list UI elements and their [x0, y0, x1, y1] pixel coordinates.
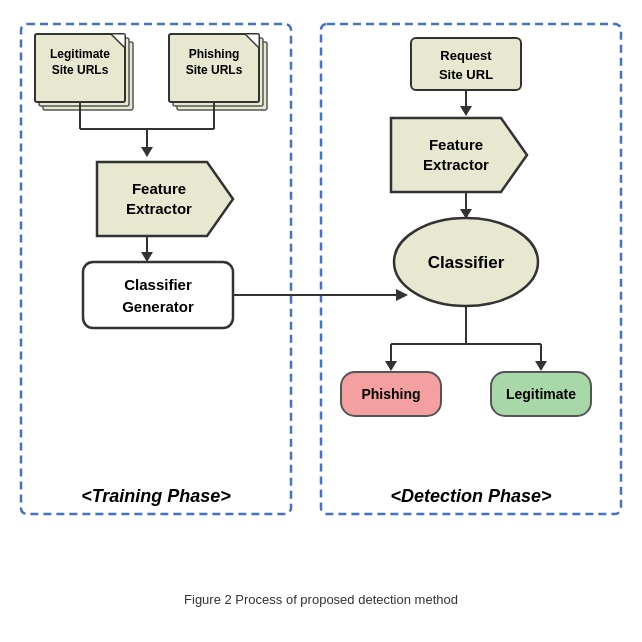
phishing-output-label: Phishing [361, 386, 420, 402]
phishing-label-1: Phishing [189, 47, 240, 61]
classifier-gen-label-2: Generator [122, 298, 194, 315]
classifier-gen-box [83, 262, 233, 328]
training-phase-label: <Training Phase> [81, 486, 231, 506]
phishing-label-2: Site URLs [186, 63, 243, 77]
detection-phase-label: <Detection Phase> [390, 486, 552, 506]
classifier-gen-label-1: Classifier [124, 276, 192, 293]
classifier-label: Classifier [428, 253, 505, 272]
request-label-1: Request [440, 48, 492, 63]
legitimate-output-label: Legitimate [506, 386, 576, 402]
feature-extractor-detection-label-2: Extractor [423, 156, 489, 173]
legitimate-label-2: Site URLs [52, 63, 109, 77]
feature-extractor-training-label-1: Feature [132, 180, 186, 197]
feature-extractor-detection-label-1: Feature [429, 136, 483, 153]
request-label-2: Site URL [439, 67, 493, 82]
figure-caption: Figure 2 Process of proposed detection m… [184, 592, 458, 607]
diagram-svg: Legitimate Site URLs Phishing Site URLs … [11, 14, 631, 584]
feature-extractor-training-label-2: Extractor [126, 200, 192, 217]
feature-extractor-detection-shape [391, 118, 527, 192]
request-site-url-box [411, 38, 521, 90]
feature-extractor-training-shape [97, 162, 233, 236]
legitimate-label-1: Legitimate [50, 47, 110, 61]
